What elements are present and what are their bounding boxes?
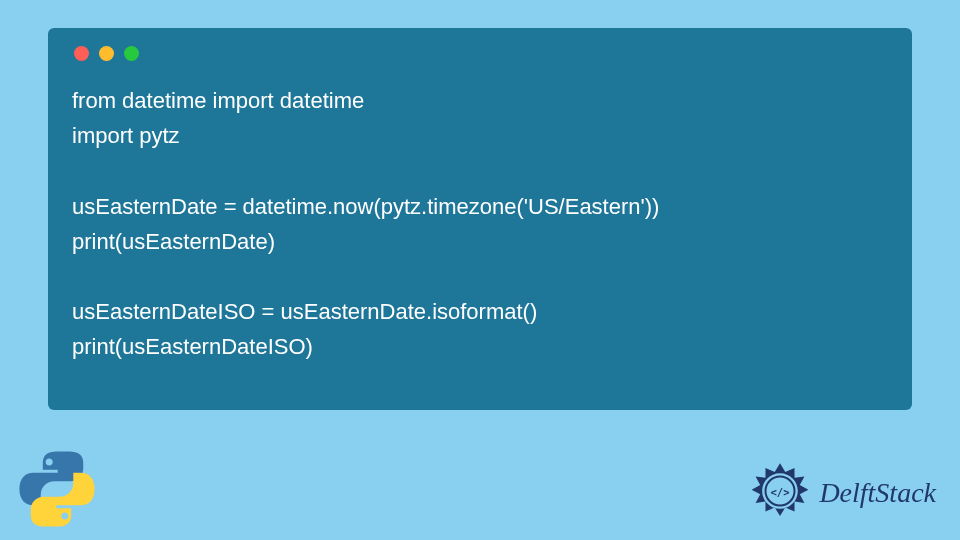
code-line: usEasternDate = datetime.now(pytz.timezo… <box>72 194 659 219</box>
brand-name: DelftStack <box>819 477 936 509</box>
code-content: from datetime import datetime import pyt… <box>72 83 888 365</box>
svg-text:</>: </> <box>771 486 790 498</box>
code-line: usEasternDateISO = usEasternDate.isoform… <box>72 299 537 324</box>
code-line: print(usEasternDateISO) <box>72 334 313 359</box>
code-line: from datetime import datetime <box>72 88 364 113</box>
traffic-lights <box>72 46 888 61</box>
code-window: from datetime import datetime import pyt… <box>48 28 912 410</box>
delftstack-logo: </> DelftStack <box>747 460 936 526</box>
close-icon <box>74 46 89 61</box>
maximize-icon <box>124 46 139 61</box>
minimize-icon <box>99 46 114 61</box>
delftstack-icon: </> <box>747 460 813 526</box>
python-logo-icon <box>18 450 96 528</box>
code-line: print(usEasternDate) <box>72 229 275 254</box>
code-line: import pytz <box>72 123 180 148</box>
